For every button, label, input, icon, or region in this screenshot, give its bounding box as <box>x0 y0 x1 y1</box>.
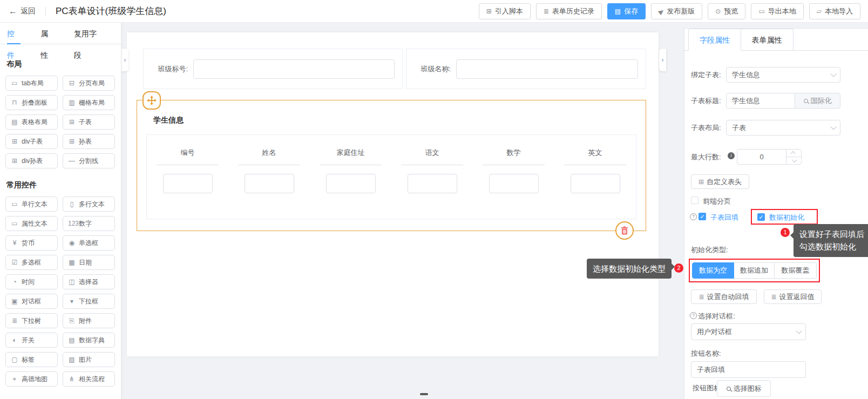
select-icon-button[interactable]: 选择图标 <box>717 380 771 397</box>
dialog-select[interactable]: 用户对话框 <box>691 323 806 340</box>
column-cell-input[interactable] <box>245 174 294 193</box>
front-paging-label[interactable]: 前端分页 <box>703 197 731 206</box>
topbar-divider <box>45 7 46 16</box>
tab-field-properties[interactable]: 字段属性 <box>688 29 741 51</box>
control-item[interactable]: ▤ 数据字典 <box>63 333 115 348</box>
control-item[interactable]: ☑ 多选框 <box>5 255 58 270</box>
i18n-button[interactable]: 国际化 <box>795 93 840 109</box>
tab-properties[interactable]: 属性 <box>40 23 54 44</box>
control-item[interactable]: ¥ 货币 <box>5 235 58 251</box>
control-item[interactable]: ◐ 开关 <box>5 333 58 348</box>
data-init-label[interactable]: 数据初始化 <box>769 213 804 222</box>
common-controls-grid: ▭ 单行文本 ▯ 多行文本 ▭ 属性文本 123 数字 ¥ 货币 ◉ 单选框 ☑… <box>5 197 116 387</box>
control-label: 表格布局 <box>22 118 48 127</box>
control-item[interactable]: ⊞ div子表 <box>5 134 58 149</box>
export-local-button[interactable]: ▭ 导出本地 <box>751 3 803 19</box>
annotation-badge-1: 1 <box>781 228 790 237</box>
subtable-layout-select[interactable]: 子表 <box>726 120 840 136</box>
class-name-input[interactable] <box>456 59 638 79</box>
topbar-actions: ⊞ 引入脚本 ≣ 表单历史记录 ▤ 保存 ▶ 发布新版 ⊙ 预览 ▭ 导出本地 <box>479 3 860 19</box>
form-history-button[interactable]: ≣ 表单历史记录 <box>536 3 602 19</box>
control-item[interactable]: ⊞ 孙表 <box>63 134 115 149</box>
control-label: 单行文本 <box>22 200 48 209</box>
control-item[interactable]: ▦ 日期 <box>63 255 115 270</box>
control-item[interactable]: ▧ 图片 <box>63 352 115 367</box>
control-label: tab布局 <box>22 79 44 88</box>
form-card: 班级标号: 班级名称: <box>127 32 659 356</box>
button-name-input[interactable]: 子表回填 <box>691 361 806 378</box>
control-item[interactable]: ⊟ 分页布局 <box>63 76 115 91</box>
publish-button[interactable]: ▶ 发布新版 <box>651 3 702 19</box>
horizontal-scrollbar-thumb[interactable] <box>420 393 428 395</box>
stepper-up-button[interactable] <box>786 150 801 157</box>
import-local-button[interactable]: ▱ 本地导入 <box>809 3 860 19</box>
tab-reusable-fields[interactable]: 复用字段 <box>74 23 101 44</box>
import-script-button[interactable]: ⊞ 引入脚本 <box>479 3 531 19</box>
back-button[interactable]: ← 返回 <box>9 6 36 16</box>
control-label: 附件 <box>79 316 92 326</box>
data-init-checkbox[interactable]: ✓ <box>757 213 765 221</box>
control-item[interactable]: ▣ 对话框 <box>5 294 58 309</box>
control-icon: ⊞ <box>68 118 76 126</box>
bind-subtable-select[interactable]: 学生信息 <box>726 67 840 83</box>
return-value-button[interactable]: ≣ 设置返回值 <box>764 289 822 304</box>
backfill-label[interactable]: 子表回填 <box>710 213 738 222</box>
backfill-checkbox[interactable]: ✓ <box>699 213 706 220</box>
init-type-empty-button[interactable]: 数据为空 <box>692 262 734 279</box>
column-cell-input[interactable] <box>571 174 620 193</box>
class-id-input[interactable] <box>193 59 395 79</box>
preview-button[interactable]: ⊙ 预览 <box>708 3 745 19</box>
delete-subtable-button[interactable] <box>615 221 634 240</box>
control-item[interactable]: ◔ 时间 <box>5 274 58 289</box>
subtable-selected-block[interactable]: 学生信息 编号 姓名 家庭住址 语文 数学 英文 <box>137 100 646 231</box>
control-item[interactable]: ⋔ 相关流程 <box>63 371 115 387</box>
tab-form-properties[interactable]: 表单属性 <box>741 29 794 51</box>
field-class-id[interactable]: 班级标号: <box>143 49 403 89</box>
tab-controls[interactable]: 控件 <box>7 23 21 44</box>
subtable-column: 家庭住址 <box>310 135 391 219</box>
control-item[interactable]: ▤ 表格布局 <box>5 114 58 130</box>
column-header-underline <box>157 165 219 165</box>
control-item[interactable]: 123 数字 <box>63 216 115 231</box>
control-item[interactable]: ▭ 属性文本 <box>5 216 58 231</box>
help-icon: ? <box>690 312 697 319</box>
control-icon: ⊓ <box>11 99 18 106</box>
control-icon: ▧ <box>68 356 76 363</box>
drag-move-handle[interactable] <box>143 91 161 110</box>
max-rows-stepper[interactable]: 0 <box>737 149 802 165</box>
collapse-right-handle[interactable]: › <box>659 49 666 71</box>
auto-backfill-button[interactable]: ≣ 设置自动回填 <box>691 289 757 304</box>
tooltip-arrow-left <box>790 232 794 239</box>
control-item[interactable]: ▭ tab布局 <box>5 76 58 91</box>
control-item[interactable]: ⎘ 附件 <box>63 313 115 328</box>
init-type-override-button[interactable]: 数据覆盖 <box>775 262 817 279</box>
save-button[interactable]: ▤ 保存 <box>607 3 646 19</box>
control-item[interactable]: ⊞ 子表 <box>63 114 115 130</box>
stepper-down-button[interactable] <box>786 157 801 164</box>
subtable-column: 英文 <box>554 135 636 219</box>
control-item[interactable]: ▥ 栅格布局 <box>63 95 115 110</box>
control-item[interactable]: ▭ 单行文本 <box>5 197 58 212</box>
column-cell-input[interactable] <box>326 174 376 193</box>
control-item[interactable]: ▯ 多行文本 <box>63 197 115 212</box>
control-item[interactable]: ◉ 单选框 <box>63 235 115 251</box>
control-item[interactable]: ◫ 选择器 <box>63 274 115 289</box>
sidebar-tabs: 控件 属性 复用字段 <box>0 23 121 44</box>
control-item[interactable]: — 分割线 <box>63 153 115 168</box>
column-cell-input[interactable] <box>408 174 457 193</box>
control-item[interactable]: ⌖ 高德地图 <box>5 371 58 387</box>
front-paging-checkbox[interactable] <box>691 197 699 204</box>
control-item[interactable]: ▾ 下拉框 <box>63 294 115 309</box>
control-item[interactable]: ▢ 标签 <box>5 352 58 367</box>
control-item[interactable]: ⊞ div孙表 <box>5 153 58 168</box>
control-item[interactable]: ⊓ 折叠面板 <box>5 95 58 110</box>
column-cell-input[interactable] <box>489 174 539 193</box>
init-type-append-button[interactable]: 数据追加 <box>734 262 775 279</box>
control-icon: ▥ <box>68 99 76 106</box>
control-item[interactable]: ≣ 下拉树 <box>5 313 58 328</box>
field-class-name[interactable]: 班级名称: <box>406 49 646 89</box>
collapse-left-handle[interactable]: ‹ <box>121 49 128 71</box>
subtable-title-input[interactable]: 学生信息 <box>726 93 795 109</box>
custom-header-button[interactable]: ⊞ 自定义表头 <box>691 174 749 189</box>
column-cell-input[interactable] <box>163 174 213 193</box>
